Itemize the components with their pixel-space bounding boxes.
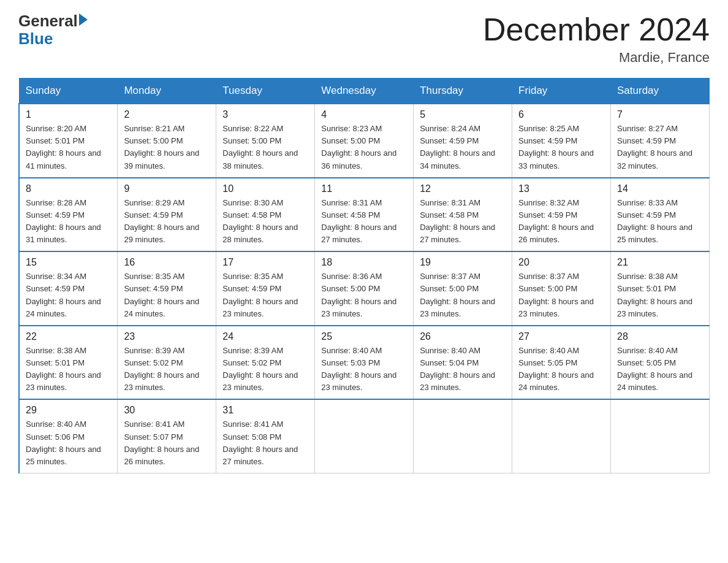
day-number: 18 [321, 257, 407, 268]
day-number: 19 [420, 257, 506, 268]
table-row: 29 Sunrise: 8:40 AM Sunset: 5:06 PM Dayl… [19, 399, 118, 473]
day-info: Sunrise: 8:40 AM Sunset: 5:05 PM Dayligh… [518, 345, 604, 394]
col-sunday: Sunday [19, 79, 118, 104]
day-info: Sunrise: 8:40 AM Sunset: 5:04 PM Dayligh… [420, 345, 506, 394]
day-info: Sunrise: 8:41 AM Sunset: 5:07 PM Dayligh… [124, 418, 210, 468]
table-row: 30 Sunrise: 8:41 AM Sunset: 5:07 PM Dayl… [118, 399, 216, 473]
day-info: Sunrise: 8:31 AM Sunset: 4:58 PM Dayligh… [420, 197, 506, 247]
day-number: 20 [518, 257, 604, 268]
table-row: 27 Sunrise: 8:40 AM Sunset: 5:05 PM Dayl… [512, 326, 611, 400]
table-row: 11 Sunrise: 8:31 AM Sunset: 4:58 PM Dayl… [315, 178, 414, 252]
day-info: Sunrise: 8:35 AM Sunset: 4:59 PM Dayligh… [222, 270, 308, 320]
table-row: 23 Sunrise: 8:39 AM Sunset: 5:02 PM Dayl… [118, 326, 216, 400]
day-info: Sunrise: 8:31 AM Sunset: 4:58 PM Dayligh… [321, 197, 407, 247]
calendar-week-5: 29 Sunrise: 8:40 AM Sunset: 5:06 PM Dayl… [19, 399, 710, 473]
table-row: 5 Sunrise: 8:24 AM Sunset: 4:59 PM Dayli… [414, 104, 512, 178]
calendar-week-1: 1 Sunrise: 8:20 AM Sunset: 5:01 PM Dayli… [19, 104, 710, 178]
col-tuesday: Tuesday [216, 79, 315, 104]
day-info: Sunrise: 8:40 AM Sunset: 5:03 PM Dayligh… [321, 345, 407, 394]
table-row: 22 Sunrise: 8:38 AM Sunset: 5:01 PM Dayl… [19, 326, 118, 400]
calendar-week-2: 8 Sunrise: 8:28 AM Sunset: 4:59 PM Dayli… [19, 178, 710, 252]
day-info: Sunrise: 8:28 AM Sunset: 4:59 PM Dayligh… [26, 197, 111, 247]
day-number: 12 [420, 183, 506, 194]
day-info: Sunrise: 8:25 AM Sunset: 4:59 PM Dayligh… [518, 123, 604, 172]
day-info: Sunrise: 8:36 AM Sunset: 5:00 PM Dayligh… [321, 270, 407, 320]
day-number: 14 [617, 183, 703, 194]
table-row: 7 Sunrise: 8:27 AM Sunset: 4:59 PM Dayli… [611, 104, 710, 178]
table-row: 9 Sunrise: 8:29 AM Sunset: 4:59 PM Dayli… [118, 178, 216, 252]
day-number: 4 [321, 109, 407, 120]
day-info: Sunrise: 8:34 AM Sunset: 4:59 PM Dayligh… [26, 270, 111, 320]
day-number: 9 [124, 183, 210, 194]
table-row: 18 Sunrise: 8:36 AM Sunset: 5:00 PM Dayl… [315, 251, 414, 326]
table-row [512, 399, 611, 473]
table-row: 14 Sunrise: 8:33 AM Sunset: 4:59 PM Dayl… [611, 178, 710, 252]
day-number: 8 [26, 183, 111, 194]
table-row: 24 Sunrise: 8:39 AM Sunset: 5:02 PM Dayl… [216, 326, 315, 400]
calendar-week-3: 15 Sunrise: 8:34 AM Sunset: 4:59 PM Dayl… [19, 251, 710, 326]
col-friday: Friday [512, 79, 611, 104]
col-saturday: Saturday [611, 79, 710, 104]
logo-blue-text: Blue [18, 30, 88, 48]
day-number: 21 [617, 257, 703, 268]
day-number: 17 [222, 257, 308, 268]
table-row: 17 Sunrise: 8:35 AM Sunset: 4:59 PM Dayl… [216, 251, 315, 326]
day-number: 3 [222, 109, 308, 120]
day-number: 6 [518, 109, 604, 120]
table-row: 2 Sunrise: 8:21 AM Sunset: 5:00 PM Dayli… [118, 104, 216, 178]
day-info: Sunrise: 8:39 AM Sunset: 5:02 PM Dayligh… [222, 345, 308, 394]
day-info: Sunrise: 8:29 AM Sunset: 4:59 PM Dayligh… [124, 197, 210, 247]
day-info: Sunrise: 8:21 AM Sunset: 5:00 PM Dayligh… [124, 123, 210, 172]
day-info: Sunrise: 8:22 AM Sunset: 5:00 PM Dayligh… [222, 123, 308, 172]
day-info: Sunrise: 8:40 AM Sunset: 5:06 PM Dayligh… [26, 418, 111, 468]
col-wednesday: Wednesday [315, 79, 414, 104]
table-row: 3 Sunrise: 8:22 AM Sunset: 5:00 PM Dayli… [216, 104, 315, 178]
day-number: 16 [124, 257, 210, 268]
day-number: 30 [124, 405, 210, 416]
logo-arrow-icon [79, 13, 88, 26]
header-row: Sunday Monday Tuesday Wednesday Thursday… [19, 79, 710, 104]
calendar-table: Sunday Monday Tuesday Wednesday Thursday… [18, 78, 710, 473]
day-info: Sunrise: 8:30 AM Sunset: 4:58 PM Dayligh… [222, 197, 308, 247]
page-header: General Blue December 2024 Mardie, Franc… [18, 12, 710, 66]
day-number: 24 [222, 331, 308, 342]
table-row: 1 Sunrise: 8:20 AM Sunset: 5:01 PM Dayli… [19, 104, 118, 178]
day-number: 27 [518, 331, 604, 342]
table-row: 20 Sunrise: 8:37 AM Sunset: 5:00 PM Dayl… [512, 251, 611, 326]
table-row: 21 Sunrise: 8:38 AM Sunset: 5:01 PM Dayl… [611, 251, 710, 326]
col-monday: Monday [118, 79, 216, 104]
table-row: 19 Sunrise: 8:37 AM Sunset: 5:00 PM Dayl… [414, 251, 512, 326]
logo-general-text: General [18, 12, 78, 30]
table-row: 25 Sunrise: 8:40 AM Sunset: 5:03 PM Dayl… [315, 326, 414, 400]
day-number: 25 [321, 331, 407, 342]
title-block: December 2024 Mardie, France [483, 12, 710, 66]
day-info: Sunrise: 8:23 AM Sunset: 5:00 PM Dayligh… [321, 123, 407, 172]
day-number: 7 [617, 109, 703, 120]
table-row: 8 Sunrise: 8:28 AM Sunset: 4:59 PM Dayli… [19, 178, 118, 252]
day-info: Sunrise: 8:37 AM Sunset: 5:00 PM Dayligh… [518, 270, 604, 320]
day-number: 31 [222, 405, 308, 416]
day-info: Sunrise: 8:38 AM Sunset: 5:01 PM Dayligh… [617, 270, 703, 320]
day-number: 28 [617, 331, 703, 342]
day-info: Sunrise: 8:41 AM Sunset: 5:08 PM Dayligh… [222, 418, 308, 468]
day-info: Sunrise: 8:39 AM Sunset: 5:02 PM Dayligh… [124, 345, 210, 394]
day-number: 13 [518, 183, 604, 194]
table-row: 28 Sunrise: 8:40 AM Sunset: 5:05 PM Dayl… [611, 326, 710, 400]
day-number: 22 [26, 331, 111, 342]
table-row: 16 Sunrise: 8:35 AM Sunset: 4:59 PM Dayl… [118, 251, 216, 326]
day-info: Sunrise: 8:24 AM Sunset: 4:59 PM Dayligh… [420, 123, 506, 172]
calendar-week-4: 22 Sunrise: 8:38 AM Sunset: 5:01 PM Dayl… [19, 326, 710, 400]
table-row: 4 Sunrise: 8:23 AM Sunset: 5:00 PM Dayli… [315, 104, 414, 178]
day-number: 2 [124, 109, 210, 120]
day-info: Sunrise: 8:38 AM Sunset: 5:01 PM Dayligh… [26, 345, 111, 394]
day-number: 10 [222, 183, 308, 194]
table-row [315, 399, 414, 473]
table-row: 10 Sunrise: 8:30 AM Sunset: 4:58 PM Dayl… [216, 178, 315, 252]
day-number: 11 [321, 183, 407, 194]
col-thursday: Thursday [414, 79, 512, 104]
day-info: Sunrise: 8:35 AM Sunset: 4:59 PM Dayligh… [124, 270, 210, 320]
table-row: 13 Sunrise: 8:32 AM Sunset: 4:59 PM Dayl… [512, 178, 611, 252]
table-row: 31 Sunrise: 8:41 AM Sunset: 5:08 PM Dayl… [216, 399, 315, 473]
table-row: 26 Sunrise: 8:40 AM Sunset: 5:04 PM Dayl… [414, 326, 512, 400]
location-label: Mardie, France [483, 50, 710, 66]
